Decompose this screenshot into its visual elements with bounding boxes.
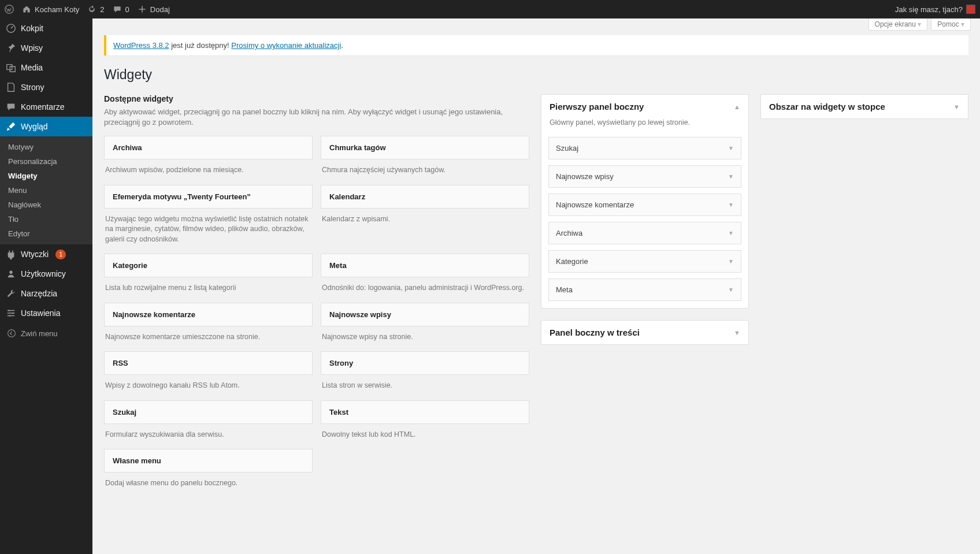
menu-pages[interactable]: Strony xyxy=(0,77,92,97)
avatar xyxy=(966,5,975,14)
collapse-icon xyxy=(7,329,16,338)
menu-tools[interactable]: Narzędzia xyxy=(0,284,92,303)
available-widget: Efemeryda motywu „Twenty Fourteen”Używaj… xyxy=(104,185,313,254)
widget-description: Odnośniki do: logowania, panelu administ… xyxy=(321,277,529,303)
menu-appearance[interactable]: Wygląd xyxy=(0,117,92,136)
site-link[interactable]: Kocham Koty xyxy=(22,5,79,14)
widget-title[interactable]: Tekst xyxy=(321,400,529,424)
wrench-icon xyxy=(6,288,16,299)
widget-title[interactable]: Chmurka tagów xyxy=(321,136,529,159)
appearance-submenu: Motywy Personalizacja Widgety Menu Nagłó… xyxy=(0,136,92,244)
widget-title[interactable]: Najnowsze komentarze xyxy=(104,303,313,326)
available-widget: KategorieLista lub rozwijalne menu z lis… xyxy=(104,254,313,303)
available-widget: SzukajFormularz wyszukiwania dla serwisu… xyxy=(104,400,313,449)
menu-dashboard[interactable]: Kokpit xyxy=(0,18,92,38)
menu-comments[interactable]: Komentarze xyxy=(0,97,92,117)
submenu-editor[interactable]: Edytor xyxy=(0,226,92,241)
page-title: Widgety xyxy=(104,67,968,83)
menu-posts[interactable]: Wpisy xyxy=(0,38,92,58)
placed-widget-title: Najnowsze komentarze xyxy=(556,200,634,209)
placed-widget[interactable]: Szukaj▼ xyxy=(548,137,741,159)
submenu-customize[interactable]: Personalizacja xyxy=(0,154,92,169)
widget-description: Najnowsze komentarze umieszczone na stro… xyxy=(104,326,313,352)
available-widgets-column: Dostępne widgety Aby aktywować widget, p… xyxy=(104,94,529,498)
submenu-themes[interactable]: Motywy xyxy=(0,140,92,154)
widget-title[interactable]: Efemeryda motywu „Twenty Fourteen” xyxy=(104,185,313,209)
refresh-icon xyxy=(87,5,96,14)
content-area: Opcje ekranu Pomoc WordPress 3.8.2 jest … xyxy=(92,18,980,554)
admin-menu: Kokpit Wpisy Media Strony Komentarze Wyg… xyxy=(0,18,92,554)
notice-text: jest już dostępny! xyxy=(169,41,232,50)
widget-title[interactable]: Archiwa xyxy=(104,136,313,159)
svg-point-4 xyxy=(12,313,14,314)
submenu-background[interactable]: Tło xyxy=(0,212,92,226)
available-widget: Własne menuDodaj własne menu do panelu b… xyxy=(104,449,313,498)
primary-sidebar-panel: Pierwszy panel boczny ▲ Główny panel, wy… xyxy=(541,94,749,308)
placed-widget-title: Szukaj xyxy=(556,144,578,153)
available-widget: KalendarzKalendarz z wpisami. xyxy=(321,185,529,254)
svg-point-0 xyxy=(5,5,13,13)
primary-sidebar-header[interactable]: Pierwszy panel boczny ▲ xyxy=(541,95,748,118)
media-icon xyxy=(6,62,16,73)
widget-title[interactable]: Strony xyxy=(321,351,529,375)
submenu-widgets[interactable]: Widgety xyxy=(0,169,92,183)
plus-icon xyxy=(138,5,147,14)
help-button[interactable]: Pomoc xyxy=(931,18,971,31)
available-widget: Najnowsze komentarzeNajnowsze komentarze… xyxy=(104,303,313,352)
placed-widget[interactable]: Najnowsze wpisy▼ xyxy=(548,165,741,188)
placed-widget-title: Najnowsze wpisy xyxy=(556,172,614,181)
content-sidebar-title: Panel boczny w treści xyxy=(550,328,640,337)
placed-widget[interactable]: Kategorie▼ xyxy=(548,250,741,273)
widget-description: Dodaj własne menu do panelu bocznego. xyxy=(104,473,313,498)
admin-bar: Kocham Koty 2 0 Dodaj Jak się masz, tjac… xyxy=(0,0,980,18)
comments-link[interactable]: 0 xyxy=(113,5,129,14)
plugin-icon xyxy=(6,249,16,259)
submenu-menus[interactable]: Menu xyxy=(0,183,92,198)
new-link[interactable]: Dodaj xyxy=(138,5,170,14)
home-icon xyxy=(22,5,31,14)
footer-sidebar-title: Obszar na widgety w stopce xyxy=(769,102,885,111)
notice-update-link[interactable]: Prosimy o wykonanie aktualizacji xyxy=(231,41,341,50)
notice-version-link[interactable]: WordPress 3.8.2 xyxy=(113,41,169,50)
wp-logo[interactable] xyxy=(5,5,14,14)
menu-users[interactable]: Użytkownicy xyxy=(0,264,92,284)
available-widget: TekstDowolny tekst lub kod HTML. xyxy=(321,400,529,449)
placed-widget[interactable]: Archiwa▼ xyxy=(548,222,741,244)
collapse-menu[interactable]: Zwiń menu xyxy=(0,323,92,344)
submenu-header[interactable]: Nagłówek xyxy=(0,198,92,212)
widget-title[interactable]: RSS xyxy=(104,351,313,375)
placed-widget[interactable]: Meta▼ xyxy=(548,278,741,301)
available-widget: Najnowsze wpisyNajnowsze wpisy na stroni… xyxy=(321,303,529,352)
widget-title[interactable]: Kategorie xyxy=(104,254,313,277)
footer-sidebar-panel: Obszar na widgety w stopce ▼ xyxy=(760,94,968,119)
greeting: Jak się masz, tjach? xyxy=(895,5,963,14)
widget-title[interactable]: Meta xyxy=(321,254,529,277)
content-sidebar-header[interactable]: Panel boczny w treści ▼ xyxy=(541,321,748,344)
menu-plugins[interactable]: Wtyczki1 xyxy=(0,244,92,264)
screen-options-button[interactable]: Opcje ekranu xyxy=(868,18,928,31)
comment-icon xyxy=(6,102,16,112)
placed-widget-title: Archiwa xyxy=(556,229,582,237)
widget-description: Formularz wyszukiwania dla serwisu. xyxy=(104,424,313,449)
svg-point-2 xyxy=(9,271,12,274)
updates-link[interactable]: 2 xyxy=(87,5,104,14)
wordpress-icon xyxy=(5,5,14,14)
widget-title[interactable]: Własne menu xyxy=(104,449,313,473)
chevron-down-icon: ▼ xyxy=(953,103,960,110)
sliders-icon xyxy=(6,308,16,318)
available-widget: RSSWpisy z dowolnego kanału RSS lub Atom… xyxy=(104,351,313,400)
account-link[interactable]: Jak się masz, tjach? xyxy=(895,5,975,14)
widget-description: Dowolny tekst lub kod HTML. xyxy=(321,424,529,449)
widget-title[interactable]: Najnowsze wpisy xyxy=(321,303,529,326)
placed-widget[interactable]: Najnowsze komentarze▼ xyxy=(548,194,741,216)
widget-description: Chmura najczęściej używanych tagów. xyxy=(321,159,529,185)
menu-settings[interactable]: Ustawienia xyxy=(0,303,92,323)
svg-point-3 xyxy=(8,310,10,311)
widget-title[interactable]: Kalendarz xyxy=(321,185,529,209)
comment-icon xyxy=(113,5,122,14)
available-heading: Dostępne widgety xyxy=(104,94,529,103)
widget-title[interactable]: Szukaj xyxy=(104,400,313,424)
footer-sidebar-header[interactable]: Obszar na widgety w stopce ▼ xyxy=(761,95,968,118)
pin-icon xyxy=(6,43,16,53)
menu-media[interactable]: Media xyxy=(0,58,92,77)
